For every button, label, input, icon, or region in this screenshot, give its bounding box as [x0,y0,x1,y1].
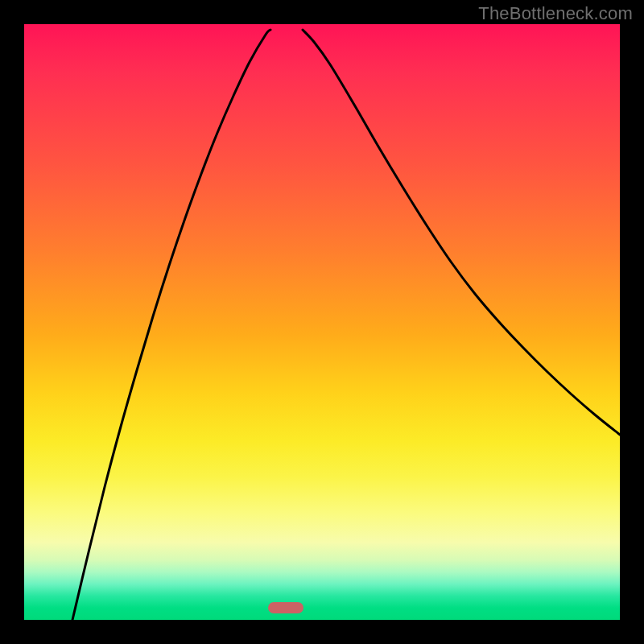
plot-area [24,24,620,620]
curve-layer [24,24,620,620]
chart-frame: TheBottleneck.com [0,0,644,644]
curve-right-curve [303,30,620,435]
watermark-text: TheBottleneck.com [478,3,633,24]
curve-left-curve [72,30,270,620]
